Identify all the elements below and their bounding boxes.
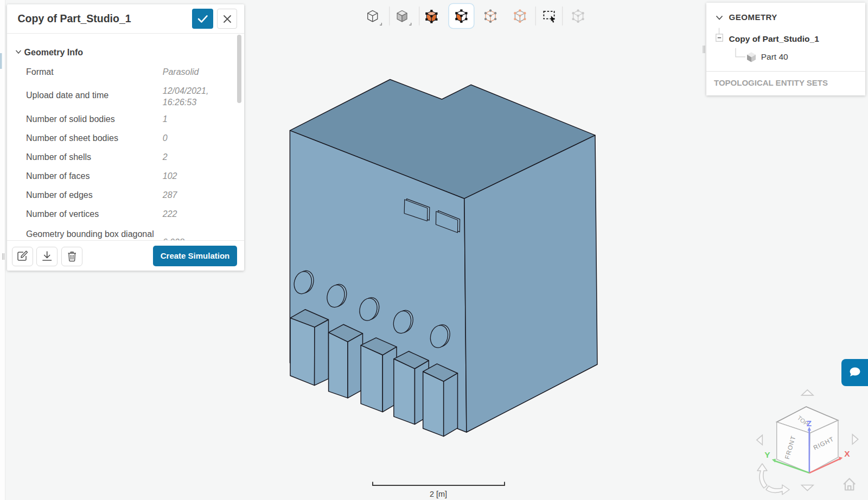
svg-text:2 [m]: 2 [m] (430, 490, 447, 498)
svg-text:X: X (844, 449, 850, 458)
svg-text:Y: Y (764, 450, 770, 459)
svg-text:Z: Z (807, 419, 812, 428)
